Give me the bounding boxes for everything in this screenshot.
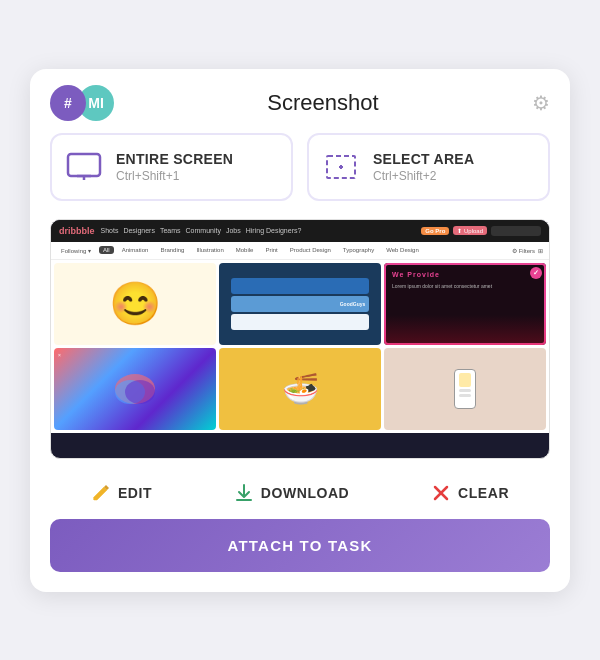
filter-illustration: Illustration: [192, 246, 227, 254]
action-row: EDIT DOWNLOAD CLEAR: [30, 473, 570, 519]
nav-community: Community: [186, 227, 221, 234]
avatar-h: #: [50, 85, 86, 121]
clear-icon: [431, 483, 451, 503]
filter-branding: Branding: [156, 246, 188, 254]
dribbble-nav-items: Shots Designers Teams Community Jobs Hir…: [101, 227, 302, 234]
dark-cell-accent: [384, 315, 546, 345]
monitor-icon: [66, 152, 102, 182]
dribbble-grid: 😊 GoodGuys We Provide Lorem ipsum dolor …: [51, 260, 549, 433]
main-card: # MI Screenshot ⚙ ENTIRE SCREEN Ctrl+Shi…: [30, 69, 570, 592]
mini-phone: [454, 369, 476, 409]
entire-screen-button[interactable]: ENTIRE SCREEN Ctrl+Shift+1: [50, 133, 293, 201]
nav-shots: Shots: [101, 227, 119, 234]
avatar-group: # MI: [50, 85, 114, 121]
mini-phone-line-1: [459, 389, 472, 392]
clear-action[interactable]: CLEAR: [431, 483, 509, 503]
select-area-button[interactable]: SELECT AREA Ctrl+Shift+2: [307, 133, 550, 201]
select-area-icon: [323, 152, 359, 182]
svg-point-8: [125, 380, 155, 404]
preview-area: dribbble Shots Designers Teams Community…: [50, 219, 550, 459]
grid-cell-4: ×: [54, 348, 216, 430]
settings-icon[interactable]: ⚙: [532, 91, 550, 115]
svg-rect-0: [68, 154, 100, 176]
entire-screen-label: ENTIRE SCREEN Ctrl+Shift+1: [116, 151, 233, 183]
nav-jobs: Jobs: [226, 227, 241, 234]
filter-product: Product Design: [286, 246, 335, 254]
grid-cell-5: 🍜: [219, 348, 381, 430]
header: # MI Screenshot ⚙: [30, 69, 570, 133]
filter-print: Print: [261, 246, 281, 254]
edit-action[interactable]: EDIT: [91, 483, 152, 503]
dribbble-filter-bar: Following ▾ All Animation Branding Illus…: [51, 242, 549, 260]
download-icon: [234, 483, 254, 503]
select-area-label: SELECT AREA Ctrl+Shift+2: [373, 151, 474, 183]
download-action[interactable]: DOWNLOAD: [234, 483, 349, 503]
mini-phone-img: [459, 373, 472, 387]
dark-cell-text: We Provide: [392, 271, 538, 278]
selected-badge: ✓: [530, 267, 542, 279]
upload-badge: ⬆ Upload: [453, 226, 487, 235]
grid-cell-3: We Provide Lorem ipsum dolor sit amet co…: [384, 263, 546, 345]
mini-card-1: [231, 278, 370, 294]
attach-to-task-button[interactable]: ATTACH TO TASK: [50, 519, 550, 572]
edit-icon: [91, 483, 111, 503]
grid-cell-6: [384, 348, 546, 430]
filter-mobile: Mobile: [232, 246, 258, 254]
nav-teams: Teams: [160, 227, 181, 234]
filter-all: All: [99, 246, 114, 254]
dribbble-nav: dribbble Shots Designers Teams Community…: [51, 220, 549, 242]
nav-designers: Designers: [123, 227, 155, 234]
clear-label: CLEAR: [458, 485, 509, 501]
page-title: Screenshot: [267, 90, 378, 116]
dribbble-search: [491, 226, 541, 236]
grid-cell-1: 😊: [54, 263, 216, 345]
go-pro-badge: Go Pro: [421, 227, 449, 235]
filter-typography: Typography: [339, 246, 378, 254]
nav-hiring: Hiring Designers?: [246, 227, 302, 234]
grid-toggle: ⊞: [538, 247, 543, 254]
filter-right: ⚙ Filters ⊞: [512, 247, 543, 254]
mini-card-2: GoodGuys: [231, 296, 370, 312]
grid-cell-2: GoodGuys: [219, 263, 381, 345]
download-label: DOWNLOAD: [261, 485, 349, 501]
mini-phone-line-2: [459, 394, 472, 397]
filter-animation: Animation: [118, 246, 153, 254]
filters-button: ⚙ Filters: [512, 247, 535, 254]
capture-options: ENTIRE SCREEN Ctrl+Shift+1 SELECT AREA C…: [30, 133, 570, 219]
filter-following: Following ▾: [57, 246, 95, 255]
filter-web: Web Design: [382, 246, 423, 254]
dribbble-nav-right: Go Pro ⬆ Upload: [421, 226, 541, 236]
mini-card-3: [231, 314, 370, 330]
dribbble-logo: dribbble: [59, 226, 95, 236]
edit-label: EDIT: [118, 485, 152, 501]
